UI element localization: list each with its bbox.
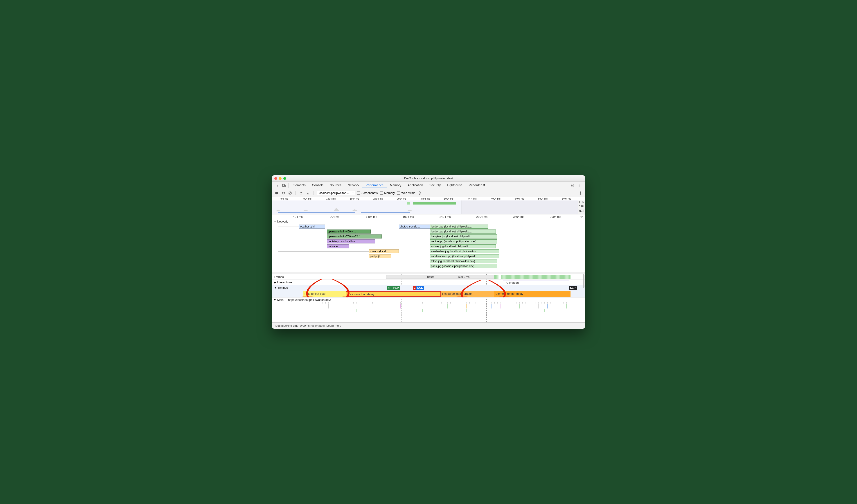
- flame-event[interactable]: [566, 302, 567, 304]
- flame-event[interactable]: [447, 302, 448, 304]
- flame-event[interactable]: [547, 304, 548, 308]
- flame-event[interactable]: [538, 304, 539, 308]
- flame-event[interactable]: [541, 302, 541, 304]
- flame-event[interactable]: [497, 302, 498, 304]
- clear-button[interactable]: [288, 191, 292, 195]
- flame-event[interactable]: [372, 302, 373, 304]
- network-request[interactable]: paris.jpg (localhost.philipwalton.dev): [430, 264, 497, 268]
- flame-event[interactable]: [519, 302, 520, 304]
- flame-event[interactable]: [519, 304, 520, 308]
- flame-event[interactable]: [491, 302, 491, 304]
- flame-event[interactable]: [494, 302, 495, 304]
- kebab-menu-icon[interactable]: [577, 183, 581, 188]
- flame-event[interactable]: [353, 302, 354, 304]
- flame-event[interactable]: [285, 302, 285, 304]
- timing-marker-fp[interactable]: FP: [387, 286, 392, 290]
- flame-event[interactable]: [466, 309, 467, 312]
- flame-event[interactable]: [466, 304, 467, 308]
- network-request[interactable]: localhost.phi…: [299, 224, 325, 229]
- network-request[interactable]: london.jpg (localhost.philipwalto…: [430, 230, 496, 234]
- flame-event[interactable]: [528, 302, 529, 304]
- flame-event[interactable]: [554, 302, 554, 304]
- flame-event[interactable]: [504, 309, 504, 312]
- flame-event[interactable]: [488, 309, 488, 312]
- flame-event[interactable]: [557, 304, 557, 308]
- tab-sources[interactable]: Sources: [327, 183, 345, 187]
- flame-event[interactable]: [469, 302, 470, 304]
- upload-icon[interactable]: [299, 191, 303, 195]
- timeline-ruler[interactable]: 494 ms994 ms1494 ms1994 ms2494 ms2994 ms…: [272, 215, 585, 219]
- flame-event[interactable]: [450, 302, 451, 304]
- frame-block[interactable]: [501, 275, 571, 279]
- flame-event[interactable]: [482, 304, 482, 308]
- flame-event[interactable]: [325, 302, 326, 304]
- tab-lighthouse[interactable]: Lighthouse: [444, 183, 466, 187]
- network-request[interactable]: bootstrap.css (localhos…: [327, 239, 375, 243]
- flame-event[interactable]: [485, 302, 485, 304]
- flame-event[interactable]: [422, 309, 423, 312]
- flame-event[interactable]: [322, 302, 322, 304]
- splitter[interactable]: [272, 272, 585, 274]
- screenshots-checkbox[interactable]: Screenshots: [357, 191, 377, 195]
- flame-event[interactable]: [329, 302, 329, 304]
- flame-event[interactable]: [544, 302, 544, 304]
- device-toggle-icon[interactable]: [281, 184, 287, 187]
- lcp-segment[interactable]: Time to first byte: [303, 291, 346, 297]
- flame-event[interactable]: [501, 304, 501, 308]
- flame-event[interactable]: [475, 302, 476, 304]
- flame-event[interactable]: [466, 302, 467, 304]
- flame-event[interactable]: [528, 309, 529, 312]
- network-request[interactable]: tokyo.jpg (localhost.philipwalton.dev): [430, 259, 497, 263]
- tab-memory[interactable]: Memory: [387, 183, 405, 187]
- flame-event[interactable]: [560, 309, 560, 312]
- flame-event[interactable]: [516, 302, 517, 304]
- overview-minimap[interactable]: 494 ms994 ms1494 ms1994 ms2494 ms2994 ms…: [272, 197, 585, 215]
- settings-icon[interactable]: [571, 183, 575, 188]
- flame-event[interactable]: [560, 302, 560, 304]
- scrollbar[interactable]: [583, 274, 585, 322]
- memory-checkbox[interactable]: Memory: [380, 191, 395, 195]
- flame-event[interactable]: [544, 309, 544, 312]
- perf-settings-icon[interactable]: [578, 191, 583, 195]
- flame-event[interactable]: [551, 302, 551, 304]
- frame-block[interactable]: [494, 275, 499, 279]
- flame-event[interactable]: [547, 302, 548, 304]
- flame-event[interactable]: [538, 302, 539, 304]
- flame-event[interactable]: [563, 302, 564, 304]
- network-request[interactable]: venice.jpg (localhost.philipwalton.dev): [430, 239, 497, 243]
- flame-event[interactable]: [522, 302, 523, 304]
- flame-event[interactable]: [504, 302, 504, 304]
- flame-event[interactable]: [557, 302, 557, 304]
- main-header[interactable]: ▼Main — https://localhost.philipwalton.d…: [272, 298, 332, 302]
- network-request[interactable]: sydney.jpg (localhost.philipwalto…: [430, 245, 496, 248]
- tab-recorder-[interactable]: Recorder ⚗: [466, 183, 489, 187]
- network-request[interactable]: perf.js (l…: [369, 254, 391, 258]
- network-request[interactable]: amsterdam.jpg (localhost.philipwalton.…: [430, 249, 499, 253]
- network-request[interactable]: opensans-latin-700.woff2 (l…: [327, 234, 382, 238]
- flame-event[interactable]: [400, 302, 401, 304]
- flame-event[interactable]: [356, 309, 357, 312]
- flame-event[interactable]: [525, 302, 526, 304]
- lcp-segment[interactable]: Resource load delay: [346, 291, 441, 297]
- flame-event[interactable]: [441, 302, 441, 304]
- interactions-header[interactable]: ▶Interactions: [272, 281, 297, 284]
- tab-application[interactable]: Application: [404, 183, 426, 187]
- timings-header[interactable]: ▼Timings: [272, 285, 297, 289]
- window-zoom-button[interactable]: [283, 177, 286, 180]
- reload-record-button[interactable]: [281, 191, 286, 195]
- learn-more-link[interactable]: Learn more: [326, 324, 341, 327]
- network-request[interactable]: main.css …: [327, 245, 349, 248]
- flame-event[interactable]: [447, 304, 448, 308]
- flame-event[interactable]: [356, 302, 357, 304]
- flame-event[interactable]: [566, 304, 567, 308]
- flame-event[interactable]: [501, 302, 501, 304]
- tab-network[interactable]: Network: [345, 183, 362, 187]
- flame-event[interactable]: [329, 304, 329, 308]
- flame-event[interactable]: [491, 304, 491, 308]
- timing-marker-lcp[interactable]: LCP: [569, 286, 577, 290]
- webvitals-checkbox[interactable]: Web Vitals: [397, 191, 415, 195]
- timing-marker-dcl[interactable]: DCL: [416, 286, 424, 290]
- tab-elements[interactable]: Elements: [289, 183, 309, 187]
- network-request[interactable]: san-francisco.jpg (localhost.philipwalt…: [430, 254, 499, 258]
- tab-performance[interactable]: Performance: [362, 183, 387, 187]
